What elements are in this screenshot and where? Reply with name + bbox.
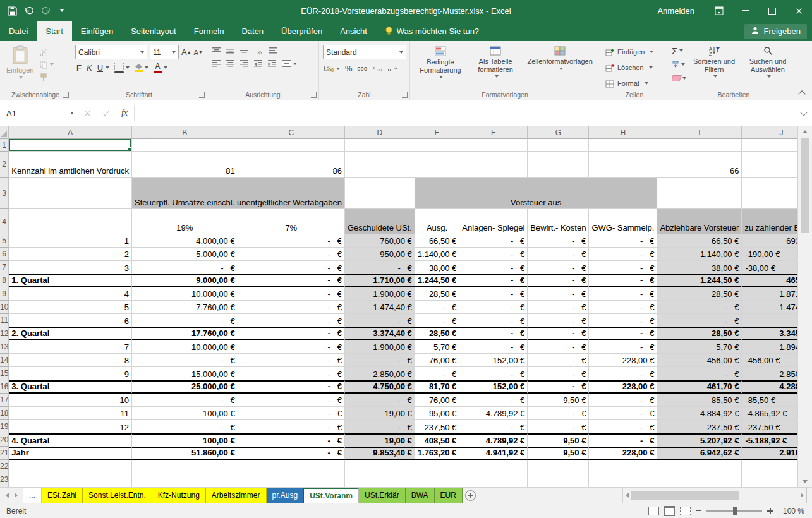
row-header-19[interactable]: 19	[0, 420, 9, 433]
cell-G18[interactable]: - €	[528, 407, 589, 420]
row-header-16[interactable]: 16	[0, 380, 9, 394]
alignment-dialog-launcher-icon[interactable]	[311, 92, 317, 98]
cell-C9[interactable]: - €	[238, 287, 345, 301]
cell-D[interactable]	[345, 486, 415, 487]
cell-A8[interactable]: 1. Quartal	[9, 274, 132, 287]
cell-I23[interactable]	[657, 473, 742, 486]
cell-H6[interactable]: - €	[589, 248, 657, 261]
cell-I[interactable]	[657, 486, 742, 487]
fill-handle[interactable]	[128, 147, 132, 152]
cell-H23[interactable]	[589, 473, 657, 486]
sheet-tab-eür[interactable]: EÜR	[435, 488, 463, 503]
cell-F1[interactable]	[459, 139, 528, 152]
cell-C15[interactable]: - €	[238, 367, 345, 380]
borders-button[interactable]	[114, 63, 130, 73]
ribbon-tab-formeln[interactable]: Formeln	[185, 21, 233, 41]
cell-G4[interactable]: Bewirt.- Kosten	[528, 209, 589, 234]
cell-I1[interactable]	[657, 139, 742, 152]
column-header-A[interactable]: A	[9, 126, 132, 139]
sort-filter-button[interactable]: AZ Sortieren und Filtern	[689, 43, 739, 88]
cell-D16[interactable]: 4.750,00 €	[345, 380, 415, 394]
cell-D23[interactable]	[345, 473, 415, 486]
cell-D7[interactable]: - €	[345, 261, 415, 274]
row-header-18[interactable]: 18	[0, 407, 9, 420]
cell-J3[interactable]	[742, 178, 797, 209]
find-select-button[interactable]: Suchen und Auswählen	[742, 43, 794, 88]
cell-J17[interactable]: -85,50 €	[742, 394, 797, 407]
cell-J21[interactable]: 2.910,78 €	[742, 447, 797, 460]
column-header-I[interactable]: I	[657, 126, 742, 139]
cell-G5[interactable]: - €	[528, 234, 589, 248]
maximize-button[interactable]	[759, 0, 785, 21]
page-layout-view-icon[interactable]	[664, 506, 675, 516]
cell-B7[interactable]: - €	[132, 261, 238, 274]
row-header-15[interactable]: 15	[0, 367, 9, 380]
insert-cells-button[interactable]: Einfügen	[603, 45, 666, 59]
cell-D15[interactable]: 2.850,00 €	[345, 367, 415, 380]
cell-A3[interactable]	[9, 178, 132, 209]
cell-D14[interactable]: - €	[345, 354, 415, 367]
cell-F18[interactable]: 4.789,92 €	[459, 407, 528, 420]
cell-I3[interactable]	[657, 178, 742, 209]
ribbon-tab-überprüfen[interactable]: Überprüfen	[272, 21, 331, 41]
cell-I19[interactable]: 237,50 €	[657, 420, 742, 433]
cell-B2[interactable]: 81	[132, 152, 238, 178]
italic-button[interactable]: K	[87, 63, 92, 73]
cell-E3[interactable]: Vorsteuer aus	[415, 178, 658, 209]
cell-A21[interactable]: Jahr	[9, 447, 132, 460]
column-header-C[interactable]: C	[238, 126, 345, 139]
cell-E4[interactable]: Ausg.	[415, 209, 459, 234]
cell-B23[interactable]	[132, 473, 238, 486]
increase-font-size-icon[interactable]: A▲	[181, 47, 191, 57]
cell-B9[interactable]: 10.000,00 €	[132, 287, 238, 301]
cell-E20[interactable]: 408,50 €	[415, 433, 459, 447]
close-button[interactable]	[785, 0, 812, 21]
cell-H1[interactable]	[589, 139, 657, 152]
cell-E11[interactable]: - €	[415, 314, 459, 327]
comma-style-button[interactable]: 000	[358, 66, 368, 72]
tell-me-search[interactable]: Was möchten Sie tun?	[385, 21, 479, 41]
cell-G[interactable]	[528, 486, 589, 487]
cell-B15[interactable]: 15.000,00 €	[132, 367, 238, 380]
column-header-H[interactable]: H	[589, 126, 657, 139]
cell-F19[interactable]: - €	[459, 420, 528, 433]
sign-in-button[interactable]: Anmelden	[646, 6, 706, 16]
cell-J7[interactable]: -38,00 €	[742, 261, 797, 274]
cell-A1[interactable]	[9, 139, 132, 152]
increase-decimal-icon[interactable]	[372, 66, 382, 72]
cell-C11[interactable]: - €	[238, 314, 345, 327]
cell-A9[interactable]: 4	[9, 287, 132, 301]
cell-D11[interactable]: - €	[345, 314, 415, 327]
cell-C22[interactable]	[238, 460, 345, 473]
cell-H11[interactable]: - €	[589, 314, 657, 327]
cell-A7[interactable]: 3	[9, 261, 132, 274]
cell-E21[interactable]: 1.763,20 €	[415, 447, 459, 460]
cell-C7[interactable]: - €	[238, 261, 345, 274]
cell-F7[interactable]: - €	[459, 261, 528, 274]
enter-icon[interactable]	[103, 109, 109, 116]
cell-E7[interactable]: 38,00 €	[415, 261, 459, 274]
format-as-table-button[interactable]: Als Tabelle formatieren	[470, 43, 521, 88]
cell-J8[interactable]: 465,50 €	[742, 274, 797, 287]
cell-I14[interactable]: 456,00 €	[657, 354, 742, 367]
cell-G10[interactable]: - €	[528, 301, 589, 314]
scroll-left-icon[interactable]	[626, 493, 629, 498]
cell-A13[interactable]: 7	[9, 340, 132, 354]
cell-D8[interactable]: 1.710,00 €	[345, 274, 415, 287]
cell-E22[interactable]	[415, 460, 459, 473]
cell-H[interactable]	[589, 486, 657, 487]
font-family-select[interactable]: Calibri	[75, 45, 147, 59]
cell-I8[interactable]: 1.244,50 €	[657, 274, 742, 287]
cell-A20[interactable]: 4. Quartal	[9, 433, 132, 447]
fill-button[interactable]	[672, 59, 686, 69]
cell-I11[interactable]: - €	[657, 314, 742, 327]
cell-H21[interactable]: 228,00 €	[589, 447, 657, 460]
cell-H8[interactable]: - €	[589, 274, 657, 287]
cell-F13[interactable]: - €	[459, 340, 528, 354]
cell-E14[interactable]: 76,00 €	[415, 354, 459, 367]
cell-G22[interactable]	[528, 460, 589, 473]
expand-formula-bar-icon[interactable]	[796, 105, 812, 121]
cell-J6[interactable]: -190,00 €	[742, 248, 797, 261]
cell-D22[interactable]	[345, 460, 415, 473]
cell-H9[interactable]: - €	[589, 287, 657, 301]
